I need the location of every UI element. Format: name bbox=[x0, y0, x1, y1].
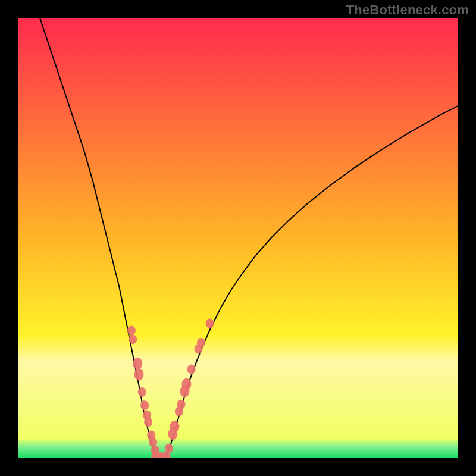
marker-point bbox=[197, 338, 205, 347]
bottleneck-chart bbox=[0, 0, 476, 476]
plot-background bbox=[18, 18, 458, 458]
marker-point bbox=[187, 365, 196, 374]
marker-point bbox=[138, 387, 146, 397]
marker-point bbox=[206, 319, 214, 328]
chart-container: TheBottleneck.com bbox=[0, 0, 476, 476]
marker-point bbox=[127, 325, 136, 335]
marker-point bbox=[140, 400, 149, 410]
marker-point bbox=[177, 400, 186, 409]
marker-point bbox=[129, 334, 137, 344]
marker-point bbox=[181, 378, 191, 390]
marker-point bbox=[144, 417, 152, 427]
watermark-label: TheBottleneck.com bbox=[346, 2, 469, 18]
marker-point bbox=[134, 368, 144, 380]
marker-point bbox=[170, 421, 179, 433]
marker-point bbox=[133, 358, 142, 369]
marker-point bbox=[165, 444, 173, 453]
